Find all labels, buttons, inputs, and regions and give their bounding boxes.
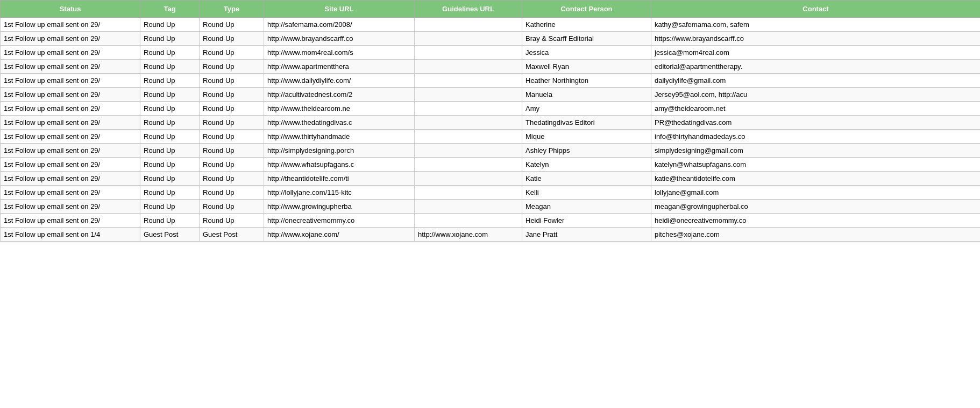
header-row: Status Tag Type Site URL Guidelines URL … bbox=[1, 1, 981, 18]
main-table: Status Tag Type Site URL Guidelines URL … bbox=[0, 0, 980, 242]
cell-guidelinesurl bbox=[415, 172, 522, 186]
cell-type: Round Up bbox=[200, 32, 264, 46]
cell-contact: info@thirtyhandmadedays.co bbox=[651, 130, 981, 144]
cell-type: Round Up bbox=[200, 46, 264, 60]
table-row: 1st Follow up email sent on 29/Round UpR… bbox=[1, 200, 981, 214]
cell-status: 1st Follow up email sent on 29/ bbox=[1, 158, 140, 172]
cell-contactperson: Jessica bbox=[522, 46, 651, 60]
cell-status: 1st Follow up email sent on 29/ bbox=[1, 102, 140, 116]
cell-siteurl: http://www.theidearoom.ne bbox=[264, 102, 415, 116]
table-row: 1st Follow up email sent on 29/Round UpR… bbox=[1, 130, 981, 144]
cell-tag: Round Up bbox=[140, 88, 200, 102]
cell-tag: Round Up bbox=[140, 158, 200, 172]
cell-siteurl: http://www.whatsupfagans.c bbox=[264, 158, 415, 172]
header-siteurl: Site URL bbox=[264, 1, 415, 18]
table-row: 1st Follow up email sent on 29/Round UpR… bbox=[1, 32, 981, 46]
cell-contact: lollyjane@gmail.com bbox=[651, 186, 981, 200]
cell-type: Round Up bbox=[200, 130, 264, 144]
cell-status: 1st Follow up email sent on 29/ bbox=[1, 60, 140, 74]
cell-siteurl: http://www.thedatingdivas.c bbox=[264, 116, 415, 130]
cell-siteurl: http://www.mom4real.com/s bbox=[264, 46, 415, 60]
cell-contactperson: Meagan bbox=[522, 200, 651, 214]
cell-type: Round Up bbox=[200, 60, 264, 74]
cell-tag: Round Up bbox=[140, 186, 200, 200]
cell-tag: Round Up bbox=[140, 200, 200, 214]
cell-guidelinesurl bbox=[415, 60, 522, 74]
cell-contact: PR@thedatingdivas.com bbox=[651, 116, 981, 130]
cell-guidelinesurl bbox=[415, 214, 522, 228]
cell-status: 1st Follow up email sent on 29/ bbox=[1, 186, 140, 200]
table-row: 1st Follow up email sent on 29/Round UpR… bbox=[1, 116, 981, 130]
cell-contact: katie@theantidotelife.com bbox=[651, 172, 981, 186]
cell-status: 1st Follow up email sent on 1/4 bbox=[1, 228, 140, 242]
table-row: 1st Follow up email sent on 29/Round UpR… bbox=[1, 74, 981, 88]
cell-contact: katelyn@whatsupfagans.com bbox=[651, 158, 981, 172]
cell-tag: Round Up bbox=[140, 116, 200, 130]
cell-status: 1st Follow up email sent on 29/ bbox=[1, 88, 140, 102]
header-contactperson: Contact Person bbox=[522, 1, 651, 18]
cell-contactperson: Jane Pratt bbox=[522, 228, 651, 242]
cell-contactperson: Thedatingdivas Editori bbox=[522, 116, 651, 130]
cell-tag: Round Up bbox=[140, 214, 200, 228]
cell-contact: editorial@apartmenttherapy. bbox=[651, 60, 981, 74]
cell-siteurl: http://acultivatednest.com/2 bbox=[264, 88, 415, 102]
cell-tag: Round Up bbox=[140, 172, 200, 186]
table-row: 1st Follow up email sent on 29/Round UpR… bbox=[1, 18, 981, 32]
table-row: 1st Follow up email sent on 29/Round UpR… bbox=[1, 186, 981, 200]
table-row: 1st Follow up email sent on 29/Round UpR… bbox=[1, 158, 981, 172]
cell-guidelinesurl bbox=[415, 116, 522, 130]
cell-status: 1st Follow up email sent on 29/ bbox=[1, 74, 140, 88]
cell-contactperson: Bray & Scarff Editorial bbox=[522, 32, 651, 46]
cell-contactperson: Kelli bbox=[522, 186, 651, 200]
cell-contactperson: Manuela bbox=[522, 88, 651, 102]
cell-type: Round Up bbox=[200, 144, 264, 158]
cell-guidelinesurl bbox=[415, 144, 522, 158]
cell-siteurl: http://simplydesigning.porch bbox=[264, 144, 415, 158]
cell-contact: jessica@mom4real.com bbox=[651, 46, 981, 60]
cell-guidelinesurl: http://www.xojane.com bbox=[415, 228, 522, 242]
cell-contact: pitches@xojane.com bbox=[651, 228, 981, 242]
cell-guidelinesurl bbox=[415, 102, 522, 116]
cell-status: 1st Follow up email sent on 29/ bbox=[1, 46, 140, 60]
cell-type: Round Up bbox=[200, 88, 264, 102]
cell-guidelinesurl bbox=[415, 32, 522, 46]
cell-status: 1st Follow up email sent on 29/ bbox=[1, 172, 140, 186]
table-row: 1st Follow up email sent on 29/Round UpR… bbox=[1, 214, 981, 228]
table-row: 1st Follow up email sent on 29/Round UpR… bbox=[1, 88, 981, 102]
cell-contact: amy@theidearoom.net bbox=[651, 102, 981, 116]
header-status: Status bbox=[1, 1, 140, 18]
cell-contactperson: Heather Northington bbox=[522, 74, 651, 88]
cell-tag: Round Up bbox=[140, 60, 200, 74]
cell-tag: Round Up bbox=[140, 32, 200, 46]
cell-status: 1st Follow up email sent on 29/ bbox=[1, 214, 140, 228]
cell-tag: Round Up bbox=[140, 144, 200, 158]
cell-status: 1st Follow up email sent on 29/ bbox=[1, 32, 140, 46]
cell-contactperson: Heidi Fowler bbox=[522, 214, 651, 228]
cell-guidelinesurl bbox=[415, 46, 522, 60]
cell-siteurl: http://www.brayandscarff.co bbox=[264, 32, 415, 46]
table-row: 1st Follow up email sent on 29/Round UpR… bbox=[1, 60, 981, 74]
header-tag: Tag bbox=[140, 1, 200, 18]
cell-type: Round Up bbox=[200, 74, 264, 88]
cell-type: Round Up bbox=[200, 214, 264, 228]
cell-contactperson: Mique bbox=[522, 130, 651, 144]
cell-contactperson: Katelyn bbox=[522, 158, 651, 172]
cell-type: Round Up bbox=[200, 186, 264, 200]
cell-siteurl: http://theantidotelife.com/ti bbox=[264, 172, 415, 186]
cell-status: 1st Follow up email sent on 29/ bbox=[1, 200, 140, 214]
table-row: 1st Follow up email sent on 29/Round UpR… bbox=[1, 102, 981, 116]
cell-contactperson: Ashley Phipps bbox=[522, 144, 651, 158]
table-row: 1st Follow up email sent on 29/Round UpR… bbox=[1, 46, 981, 60]
cell-contact: Jersey95@aol.com, http://acu bbox=[651, 88, 981, 102]
cell-contactperson: Amy bbox=[522, 102, 651, 116]
cell-tag: Round Up bbox=[140, 130, 200, 144]
cell-contact: kathy@safemama.com, safem bbox=[651, 18, 981, 32]
cell-tag: Round Up bbox=[140, 102, 200, 116]
cell-siteurl: http://www.apartmentthera bbox=[264, 60, 415, 74]
cell-contact: https://www.brayandscarff.co bbox=[651, 32, 981, 46]
cell-tag: Round Up bbox=[140, 46, 200, 60]
cell-siteurl: http://www.xojane.com/ bbox=[264, 228, 415, 242]
cell-guidelinesurl bbox=[415, 18, 522, 32]
cell-type: Round Up bbox=[200, 172, 264, 186]
header-guidelinesurl: Guidelines URL bbox=[415, 1, 522, 18]
